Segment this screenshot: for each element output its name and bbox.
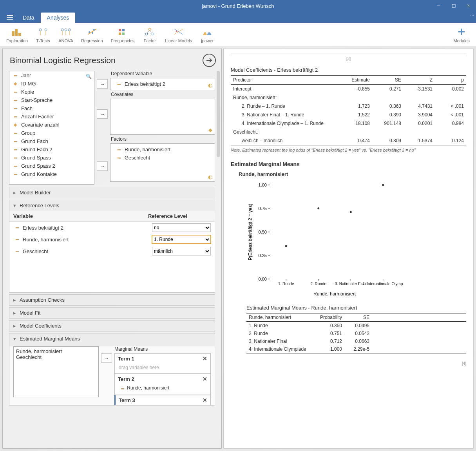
nominal-icon (115, 155, 122, 161)
emm-term-1[interactable]: Term 1✕ drag variables here (114, 353, 211, 374)
linear-models-icon (171, 26, 186, 38)
svg-text:2. Runde: 2. Runde (310, 282, 326, 286)
window-close-button[interactable] (461, 0, 476, 12)
emm-term-2[interactable]: Term 2✕ Runde, harmonisiert (114, 374, 211, 395)
nominal-icon (12, 147, 19, 152)
section-assumption-checks: ▸Assumption Checks (9, 294, 215, 306)
variable-item[interactable]: ID MG (9, 80, 94, 88)
section-reference-levels-header[interactable]: ▾Reference Levels (9, 200, 215, 211)
section-model-coefficients-header[interactable]: ▸Model Coefficients (9, 321, 215, 331)
section-emm-header[interactable]: ▾Estimated Marginal Means (9, 333, 215, 344)
ribbon-regression[interactable]: Regression (81, 26, 103, 43)
variable-item[interactable]: Kopie (9, 88, 94, 96)
window-minimize-button[interactable] (431, 0, 446, 12)
svg-rect-25 (122, 29, 125, 31)
section-model-fit-header[interactable]: ▸Model Fit (9, 308, 215, 318)
section-assumption-checks-header[interactable]: ▸Assumption Checks (9, 295, 215, 305)
covariates-target[interactable]: ◆ (110, 99, 215, 135)
variable-item[interactable]: Grund Fach 2 (9, 145, 94, 154)
dependent-target[interactable]: Erless bekräftigt 2 ◐ (110, 78, 215, 90)
bar-chart-icon (10, 26, 25, 38)
move-to-covariates-button[interactable]: → (97, 109, 108, 119)
window-maximize-button[interactable] (446, 0, 461, 12)
ttest-icon (36, 26, 51, 38)
titlebar: jamovi - Grund Erleben Wunsch (0, 0, 476, 12)
options-panel: Binomial Logistic Regression 🔍 JahrID MG… (2, 49, 222, 449)
reference-level-select-0[interactable]: no (152, 223, 211, 232)
close-icon[interactable]: ✕ (203, 355, 207, 362)
move-to-dependent-button[interactable]: → (97, 79, 108, 89)
ribbon-factor[interactable]: Factor (142, 26, 157, 43)
svg-point-59 (350, 211, 352, 213)
svg-rect-24 (119, 29, 121, 31)
close-icon[interactable]: ✕ (203, 376, 207, 382)
continuous-slot-icon: ◆ (208, 127, 212, 133)
ribbon-modules[interactable]: Modules (453, 26, 470, 43)
hamburger-menu-button[interactable] (3, 12, 16, 23)
reference-levels-table: VariableReference Level Erless bekräftig… (9, 211, 215, 292)
chevron-down-icon: ▾ (13, 336, 16, 342)
variable-item[interactable]: Anzahl Fächer (9, 112, 94, 121)
emm-subheading: Runde, harmonisiert (239, 171, 466, 177)
variable-item[interactable]: Fach (9, 104, 94, 112)
variable-item[interactable]: Grund Spass (9, 154, 94, 162)
tab-analyses[interactable]: Analyses (41, 13, 76, 23)
options-body: 🔍 JahrID MGKopieStart-SpracheFachAnzahl … (3, 71, 221, 448)
jpower-icon (200, 26, 215, 38)
reference-level-row: Erless bekräftigt 2 no (9, 222, 215, 234)
reference-level-select-1[interactable]: 1. Runde (152, 235, 211, 244)
frequencies-icon (115, 26, 130, 38)
factors-target[interactable]: Runde, harmonisiert Geschlecht ◐ (110, 143, 215, 182)
variable-item[interactable]: Group (9, 129, 94, 137)
nominal-icon (12, 106, 19, 111)
variable-item[interactable]: Jahr (9, 71, 94, 80)
ribbon-frequencies[interactable]: Frequencies (111, 26, 135, 43)
section-model-builder-header[interactable]: ▸Model Builder (9, 187, 215, 198)
svg-line-32 (150, 31, 152, 33)
svg-rect-7 (12, 31, 14, 36)
scrollbar-thumb[interactable] (217, 71, 220, 157)
variable-item[interactable]: Grund Spass 2 (9, 162, 94, 170)
svg-point-22 (92, 32, 93, 34)
svg-point-10 (39, 29, 42, 31)
close-icon[interactable]: ✕ (203, 397, 207, 403)
ribbon-anova[interactable]: ANOVA (58, 26, 73, 43)
emm-table-title: Estimated Marginal Means - Runde, harmon… (246, 305, 466, 311)
reference-level-row: Runde, harmonisiert 1. Runde (9, 234, 215, 245)
window-title: jamovi - Grund Erleben Wunsch (202, 3, 274, 9)
ribbon-overflow-icon[interactable]: ⋮ (470, 13, 474, 18)
variable-supply-list[interactable]: 🔍 JahrID MGKopieStart-SpracheFachAnzahl … (9, 71, 94, 185)
reference-level-row: Geschlecht männlich (9, 245, 215, 257)
chevron-right-icon: ▸ (13, 310, 16, 316)
dependent-label: Dependent Variable (110, 71, 215, 76)
results-panel[interactable]: [3] Model Coefficients - Erless bekräfti… (223, 49, 474, 449)
emm-term-3[interactable]: Term 3✕ (114, 395, 211, 405)
svg-point-30 (152, 33, 154, 35)
variable-item[interactable]: Grund Fach (9, 137, 94, 145)
move-to-factors-button[interactable]: → (97, 161, 108, 171)
ribbon-exploration[interactable]: Exploration (6, 26, 28, 43)
ribbon-ttests[interactable]: T-Tests (36, 26, 51, 43)
svg-point-35 (176, 31, 177, 32)
page-number: [3] (231, 56, 466, 61)
ribbon-linear-models[interactable]: Linear Models (165, 26, 192, 43)
search-icon[interactable]: 🔍 (86, 74, 92, 79)
emm-supply-list[interactable]: Runde, harmonisiert Geschlecht (13, 346, 99, 397)
app-window: jamovi - Grund Erleben Wunsch Data Analy… (0, 0, 476, 451)
svg-point-15 (65, 29, 67, 31)
nominal-icon (12, 172, 19, 177)
variable-item[interactable]: Grund Kontakte (9, 170, 94, 178)
tab-data[interactable]: Data (16, 13, 41, 23)
ribbon-jpower[interactable]: jpower (200, 26, 215, 43)
run-arrow-button[interactable] (203, 54, 216, 67)
nominal-icon (12, 155, 19, 161)
modules-plus-icon (454, 26, 469, 38)
emm-move-button[interactable]: → (101, 353, 112, 363)
section-model-fit: ▸Model Fit (9, 307, 215, 319)
variable-item[interactable]: Start-Sprache (9, 96, 94, 104)
svg-point-60 (382, 184, 384, 186)
variable-item[interactable]: Covariate anzahl (9, 121, 94, 129)
reference-level-select-2[interactable]: männlich (152, 247, 211, 255)
svg-point-28 (148, 28, 151, 31)
menubar: Data Analyses ⋮ (0, 12, 476, 23)
